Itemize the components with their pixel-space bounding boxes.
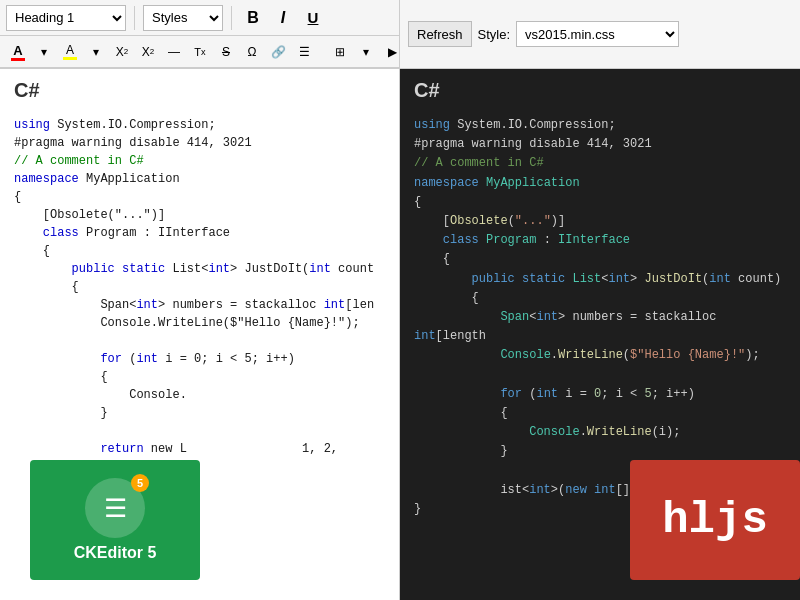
preview-panel: C# using System.IO.Compression; #pragma … [400, 69, 800, 600]
code-comment: // A comment in C# [14, 154, 144, 168]
heading-select[interactable]: Heading 1 Heading 2 Heading 3 Paragraph [6, 5, 126, 31]
font-color-dropdown[interactable]: ▾ [32, 40, 56, 64]
ckeditor-badge: 5 [131, 474, 149, 492]
toolbar-row1: Heading 1 Heading 2 Heading 3 Paragraph … [0, 0, 800, 69]
special-char-button[interactable]: Ω [240, 40, 264, 64]
italic-button[interactable]: I [270, 5, 296, 31]
styles-select[interactable]: Styles [143, 5, 223, 31]
superscript-button[interactable]: X2 [136, 40, 160, 64]
highlight-dropdown[interactable]: ▾ [84, 40, 108, 64]
divider2 [231, 6, 232, 30]
divider1 [134, 6, 135, 30]
style-select[interactable]: vs2015.min.css default.min.css atom-one-… [516, 21, 679, 47]
toolbar-left: Heading 1 Heading 2 Heading 3 Paragraph … [0, 0, 400, 68]
toolbar-right: Refresh Style: vs2015.min.css default.mi… [400, 0, 800, 68]
list-button[interactable]: ☰ [292, 40, 316, 64]
ckeditor-logo-area: ☰ 5 CKEditor 5 [30, 460, 200, 580]
refresh-button[interactable]: Refresh [408, 21, 472, 47]
table-dropdown[interactable]: ▾ [354, 40, 378, 64]
ckeditor-label: CKEditor 5 [74, 544, 157, 562]
link-button[interactable]: 🔗 [266, 40, 290, 64]
underline-button[interactable]: U [300, 5, 326, 31]
strikethrough-button[interactable]: S [214, 40, 238, 64]
editor-heading: C# [0, 69, 399, 108]
hljs-logo: hljs [630, 460, 800, 580]
ckeditor-icon: ☰ 5 [85, 478, 145, 538]
toolbar-row2: A ▾ A ▾ X2 X2 — Tx S Ω [0, 36, 399, 68]
code-text: using [14, 118, 50, 132]
style-label: Style: [478, 27, 511, 42]
main-content: C# using System.IO.Compression; #pragma … [0, 69, 800, 600]
preview-heading: C# [400, 69, 800, 108]
subscript-button[interactable]: X2 [110, 40, 134, 64]
horizontal-line-button[interactable]: — [162, 40, 186, 64]
toolbar-top: Heading 1 Heading 2 Heading 3 Paragraph … [0, 0, 399, 36]
highlight-button[interactable]: A [58, 40, 82, 64]
bold-button[interactable]: B [240, 5, 266, 31]
ckeditor-logo: ☰ 5 CKEditor 5 [30, 460, 200, 580]
remove-format-button[interactable]: Tx [188, 40, 212, 64]
table-button[interactable]: ⊞ [328, 40, 352, 64]
hljs-logo-text: hljs [662, 495, 768, 545]
editor-panel: C# using System.IO.Compression; #pragma … [0, 69, 400, 600]
font-color-button[interactable]: A [6, 40, 30, 64]
